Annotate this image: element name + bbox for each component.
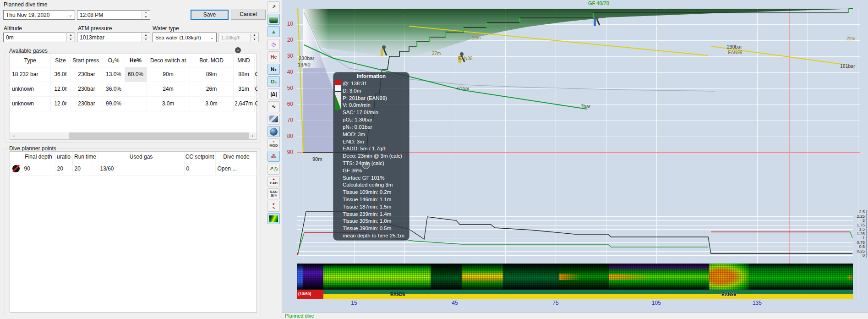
atm-pressure-input[interactable]: 1013mbar ▲▼ [77,33,150,42]
tooltip-line: Tissue 146min: 1.1m [343,196,408,204]
planner-column-header[interactable]: Used gas [98,152,184,162]
runner-clock-icon[interactable]: ↗◷ [267,164,280,175]
gas-cell[interactable] [125,96,147,111]
ead-icon[interactable]: +EAD [267,176,280,187]
planner-table: Final depthuratioRun timeUsed gasCC setp… [10,152,258,176]
gases-column-header[interactable]: Deco switch at [147,54,190,67]
planner-cell[interactable]: 20 [72,162,98,175]
gases-column-header[interactable]: Type [10,54,50,67]
gas-cell[interactable]: 90m [147,67,190,82]
ascent-speed-icon[interactable]: ↗ [267,1,280,12]
planner-header-row: Final depthuratioRun timeUsed gasCC setp… [10,152,257,162]
time-spinner[interactable]: ▲▼ [142,11,150,19]
planner-cell[interactable]: 90 [22,162,55,175]
gas-cell[interactable]: 3.0m [190,96,233,111]
gas-cell[interactable]: 36.0% [103,82,125,96]
altitude-input[interactable]: 0m ▲▼ [3,33,75,42]
gases-column-header[interactable]: Bot. MOD [190,54,233,67]
gas-cell[interactable]: 99.0% [103,96,125,111]
ceiling-delta-icon[interactable]: |Δ| [267,88,280,99]
gases-horizontal-scrollbar[interactable]: ‹ › [10,132,257,139]
gas-cell[interactable]: 2,647m [233,96,254,111]
gas-cell[interactable]: unknown [10,96,50,111]
gases-column-header[interactable]: Start press. [71,54,103,67]
setpoint-clock-icon[interactable]: ◷ [267,39,280,50]
save-button[interactable]: Save [191,10,229,20]
tooltip-line: Deco: 23min @ 3m (calc) [343,153,408,160]
gas-cell[interactable]: 12.0ℓ [50,96,71,111]
gas-cell[interactable] [125,82,147,96]
gases-column-header[interactable] [254,54,257,67]
gases-column-header[interactable]: MND [233,54,254,67]
heartrate-icon[interactable]: ♥∿ [267,201,280,212]
planner-column-header[interactable]: CC setpoint [184,152,215,162]
ceiling-layers-icon[interactable] [267,14,280,25]
gas-cell[interactable]: 13.0% [103,67,125,82]
gas-cell[interactable]: C [254,67,257,82]
gas-cell[interactable]: 36.0ℓ [50,67,71,82]
nitrogen-graph-icon[interactable]: N₂ [267,64,280,75]
gas-cell[interactable]: 230bar [71,96,103,111]
tooltip-line: mean depth to here 25.1m [343,232,408,240]
gas-cell[interactable]: 31m [233,82,254,96]
planner-column-header[interactable]: Run time [72,152,98,162]
oxygen-graph-icon[interactable]: O₂ [267,76,280,87]
planner-column-header[interactable]: uratio [55,152,72,162]
helium-graph-icon[interactable]: He [267,51,280,62]
chevron-down-icon[interactable]: ⌄ [66,11,75,19]
tooltip-line: EADD: 5m / 1.7g/ℓ [343,145,408,153]
planner-column-header[interactable]: Dive mode [215,152,257,162]
gas-cell[interactable]: C [254,82,257,96]
profile-toolbar: ↗▲◷HeN₂O₂|Δ|∿+MOD⁂↗◷+EADSAC⊞◷♥∿ [267,0,281,319]
zigzag-line-icon[interactable]: ∿ [267,101,280,112]
gas-cell[interactable]: unknown [10,82,50,96]
gases-column-header[interactable]: He% [125,54,147,67]
scroll-right-icon[interactable]: › [249,132,257,139]
tooltip-line: pN₂: 0.01bar [343,124,408,131]
gases-column-header[interactable]: Size [50,54,71,67]
cancel-button[interactable]: Cancel [231,10,266,20]
scrollbar-thumb[interactable] [69,132,249,139]
gas-cell[interactable]: 24m [147,82,190,96]
dive-date-select[interactable]: Thu Nov 19, 2020 ⌄ [3,10,75,20]
water-type-select[interactable]: Sea water (1.03kg/ℓ) ⌄ [153,33,217,42]
profile-info-tooltip: Information @: 138:31D: 3.0mP: 201bar (E… [333,72,409,241]
planner-column-header[interactable]: Final depth [22,152,55,162]
gas-cell[interactable]: 18 232 bar [10,67,50,82]
gas-cell[interactable]: 60.0% [125,67,147,82]
planner-cell[interactable]: Open ... [215,162,257,175]
gas-cell[interactable]: C [254,96,257,111]
gas-cell[interactable]: 88m [233,67,254,82]
altitude-spinner[interactable]: ▲▼ [66,33,75,42]
gas-cell[interactable]: 26m [190,82,233,96]
tooltip-line: MOD: 3m [343,131,408,138]
gas-cell[interactable]: 230bar [71,67,103,82]
photos-icon[interactable] [267,114,280,125]
tooltip-line: TTS: 24min (calc) [343,160,408,167]
scroll-left-icon[interactable]: ‹ [10,132,18,139]
scrollbar-track[interactable] [18,132,249,139]
mod-icon[interactable]: +MOD [267,138,280,149]
planner-icon-cell[interactable] [10,162,22,175]
planner-cell[interactable]: 0 [184,162,215,175]
profile-step-icon[interactable]: ▲ [267,26,280,37]
add-gas-button[interactable]: + [235,47,241,53]
gas-cell[interactable]: 230bar [71,82,103,96]
planner-cell[interactable]: 20 [55,162,72,175]
planner-cell[interactable]: 13/60 [98,162,184,175]
gas-cell[interactable]: 89m [190,67,233,82]
no-entry-icon[interactable] [12,165,20,172]
diver-tank-icon[interactable] [267,126,280,137]
planner-column-header[interactable] [10,152,22,162]
tooltip-line: SAC: 17.0ℓ/min [343,109,408,116]
bubbles-icon[interactable]: ⁂ [267,151,280,162]
gas-cell[interactable]: 12.0ℓ [50,82,71,96]
gases-column-header[interactable]: O₂% [103,54,125,67]
sac-icon[interactable]: SAC⊞◷ [267,188,280,199]
tissue-heatmap-icon[interactable] [267,213,280,224]
atm-spinner[interactable]: ▲▼ [142,33,150,42]
chevron-down-icon[interactable]: ⌄ [208,33,216,42]
dive-time-input[interactable]: 12:08 PM ▲▼ [77,10,150,20]
planner-row: 90202013/600Open ... [10,162,257,175]
gas-cell[interactable]: 3.0m [147,96,190,111]
